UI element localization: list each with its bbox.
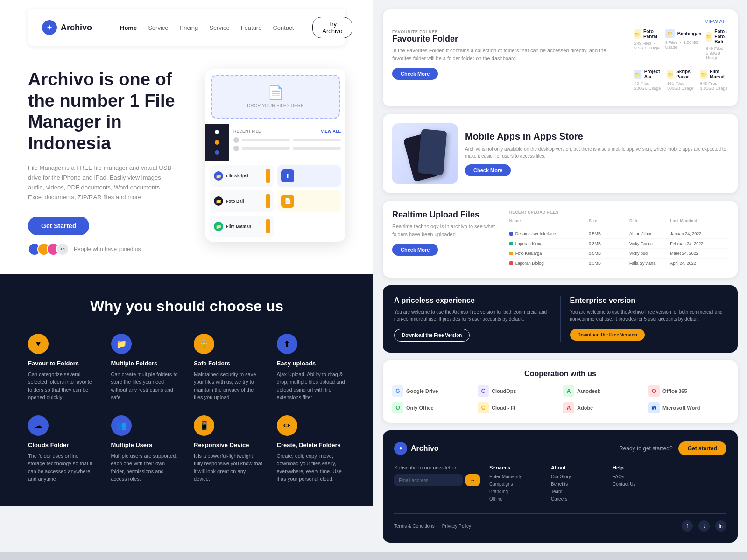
fav-item-bimbingan[interactable]: 📁 Bimbingan 9 Files · 1.50MB Usage bbox=[665, 29, 702, 60]
fav-item-header-bimbingan: 📁 Bimbingan bbox=[665, 29, 702, 38]
hero-section: Archivo is one of the number 1 File Mana… bbox=[0, 46, 374, 274]
fav-view-all[interactable]: VIEW ALL bbox=[705, 19, 728, 24]
enterprise-card: A priceless experience You are welcome t… bbox=[383, 285, 738, 353]
fav-item-project[interactable]: 📁 Project Aja 40 Files · 200GB Usage bbox=[634, 69, 662, 91]
fav-card-desc: In the Favorites Folder, it contains a c… bbox=[392, 47, 625, 62]
coop-onlyoffice: O Only Office bbox=[392, 402, 472, 413]
fav-item-marvel[interactable]: 📁 Film Marvel 643 Files · 1.81GB Usage bbox=[700, 69, 728, 91]
facebook-icon[interactable]: f bbox=[682, 520, 693, 532]
nav-feature[interactable]: Feature bbox=[241, 24, 262, 31]
logo[interactable]: ✦ Archivo bbox=[42, 20, 92, 35]
file-date-2: Februari 24, 2022 bbox=[670, 241, 728, 246]
nav-pricing[interactable]: Pricing bbox=[180, 24, 198, 31]
coop-cloudfi-label: Cloud - FI bbox=[492, 405, 515, 411]
fav-item-pantai[interactable]: 📁 Foto Pantai 249 Files · 2.5GB Usage bbox=[634, 29, 661, 60]
footer-link-campaigns[interactable]: Campaigns bbox=[489, 482, 542, 487]
fav-card-title: Favourite Folder bbox=[392, 34, 625, 44]
feature-favourite: ♥ Favourite Folders Can categorize sever… bbox=[28, 334, 97, 401]
upload-icon: 📄 bbox=[221, 85, 330, 100]
coop-office365-label: Office 365 bbox=[662, 388, 687, 394]
enterprise-paid-btn[interactable]: Download the Free Version bbox=[570, 329, 645, 341]
coop-autodesk-label: Autodesk bbox=[577, 388, 600, 394]
feature-responsive: 📱 Responsive Device It is a powerful-lig… bbox=[194, 415, 263, 483]
safe-icon: 🔒 bbox=[194, 334, 214, 354]
folder-skripsi[interactable]: 📁 File Skripsi bbox=[210, 165, 274, 187]
folder-film[interactable]: 📁 Film Batman bbox=[210, 216, 274, 237]
footer-submit-btn[interactable]: → bbox=[465, 474, 480, 486]
file-name-1: Desain User Interface bbox=[509, 231, 587, 236]
footer-grid: Subscribe to our newsletter → Services E… bbox=[394, 465, 726, 504]
footer-help-col: Help FAQs Contact Us bbox=[613, 465, 665, 504]
upload-desc: Realtime technology is in archivo to see… bbox=[392, 223, 502, 238]
feature-title-multiple: Multiple Folders bbox=[111, 360, 180, 367]
twitter-icon[interactable]: t bbox=[698, 520, 710, 532]
feature-desc-upload: Ajax Upload, Ability to drag & drop, mul… bbox=[277, 371, 346, 401]
why-section: Why you should choose us ♥ Favourite Fol… bbox=[0, 274, 374, 506]
drop-zone[interactable]: 📄 DROP YOUR FILES HERE bbox=[211, 75, 340, 119]
feature-desc-safe: Maintained security to save your files w… bbox=[194, 371, 263, 401]
footer-link-enter-momently[interactable]: Enter Momently bbox=[489, 474, 542, 479]
footer-link-branding[interactable]: Branding bbox=[489, 489, 542, 494]
phone-mockup bbox=[392, 123, 458, 184]
fav-stats-skripsi: 161 Files · 500GB Usage bbox=[667, 81, 695, 91]
sidebar-dot-yellow bbox=[215, 140, 219, 145]
fav-item-header-project: 📁 Project Aja bbox=[634, 69, 662, 79]
try-archivo-button[interactable]: Try Archivo bbox=[312, 17, 352, 38]
coop-msword: W Microsoft Word bbox=[648, 402, 728, 413]
nav-contact[interactable]: Contact bbox=[273, 24, 294, 31]
fav-check-more-btn[interactable]: Check More bbox=[392, 68, 438, 80]
multiple-icon: 📁 bbox=[111, 334, 132, 354]
folder-yellow[interactable]: 📄 bbox=[277, 190, 341, 212]
hero-title: Archivo is one of the number 1 File Mana… bbox=[28, 69, 191, 154]
footer-privacy-link[interactable]: Privacy Policy bbox=[442, 524, 471, 529]
feature-create: ✏ Create, Delete Folders Create, edit, c… bbox=[277, 415, 346, 483]
fav-item-skripsi[interactable]: 📁 Skripsi Pacar 161 Files · 500GB Usage bbox=[667, 69, 695, 91]
instagram-icon[interactable]: in bbox=[715, 520, 726, 532]
fav-icon-project: 📁 bbox=[634, 70, 641, 79]
file-manager-mockup: 📄 DROP YOUR FILES HERE RECEN bbox=[205, 69, 345, 242]
file-size-3: 0.5MB bbox=[589, 251, 627, 256]
upload-row-1: Desain User Interface 0.5MB Afnan Jilani… bbox=[509, 229, 728, 239]
folder-foto[interactable]: 📁 Foto Bali bbox=[210, 190, 274, 212]
footer-terms-link[interactable]: Terms & Conditions bbox=[394, 524, 435, 529]
footer-services-title: Services bbox=[489, 465, 542, 470]
footer-link-offline[interactable]: Offline bbox=[489, 497, 542, 502]
footer-link-our-story[interactable]: Our Story bbox=[551, 474, 603, 479]
file-dot-1 bbox=[233, 137, 239, 143]
feature-title-create: Create, Delete Folders bbox=[277, 441, 346, 448]
footer-link-team[interactable]: Team bbox=[551, 489, 603, 494]
footer-link-careers[interactable]: Careers bbox=[551, 497, 603, 502]
fav-item-bali[interactable]: 📁 Foto - Foto Bali 649 Files · 1.98GB Us… bbox=[706, 29, 728, 60]
upload-row-4: Laporan Biologi 0.3MB Faila Sylviana Apr… bbox=[509, 259, 728, 268]
coop-google-drive-label: Google Drive bbox=[406, 388, 438, 394]
footer-newsletter-col: Subscribe to our newsletter → bbox=[394, 465, 480, 504]
sidebar-dot-white bbox=[215, 130, 219, 134]
upload-card-inner: Realtime Upload Files Realtime technolog… bbox=[392, 210, 728, 268]
enterprise-free-btn[interactable]: Download the Free Version bbox=[394, 329, 470, 342]
file-date-1: Januari 24, 2022 bbox=[670, 231, 728, 236]
upload-check-btn[interactable]: Check More bbox=[392, 244, 438, 256]
fav-name-marvel: Film Marvel bbox=[710, 69, 728, 79]
nav-home[interactable]: Home bbox=[120, 24, 137, 31]
folder-upload-icon: ⬆ bbox=[281, 169, 294, 182]
nav-service1[interactable]: Service bbox=[148, 24, 168, 31]
cooperation-title: Cooperation with us bbox=[392, 370, 728, 378]
footer-get-started-btn[interactable]: Get started bbox=[678, 441, 726, 455]
file-label-3: Foto Keluarga bbox=[515, 251, 542, 256]
footer-email-input[interactable] bbox=[394, 474, 463, 486]
cloud-icon: ☁ bbox=[28, 415, 49, 436]
footer-link-benefits[interactable]: Benefits bbox=[551, 482, 603, 487]
fav-stats-bimbingan: 9 Files · 1.50MB Usage bbox=[665, 40, 702, 49]
upload-section-label: RECENT UPLOAD FILES bbox=[509, 210, 728, 215]
folder-upload[interactable]: ⬆ bbox=[277, 165, 341, 187]
footer-link-faqs[interactable]: FAQs bbox=[613, 474, 665, 479]
mobile-check-btn[interactable]: Check More bbox=[465, 164, 511, 176]
logo-icon: ✦ bbox=[42, 20, 57, 35]
fav-item-header-skripsi: 📁 Skripsi Pacar bbox=[667, 69, 695, 79]
footer-link-contact-us[interactable]: Contact Us bbox=[613, 482, 665, 487]
view-all-link[interactable]: VIEW ALL bbox=[321, 129, 341, 133]
feature-title-upload: Easy uploads bbox=[277, 360, 346, 367]
nav-service2[interactable]: Service bbox=[209, 24, 229, 31]
file-bar-1b bbox=[293, 139, 341, 141]
get-started-button[interactable]: Get Started bbox=[28, 217, 89, 235]
